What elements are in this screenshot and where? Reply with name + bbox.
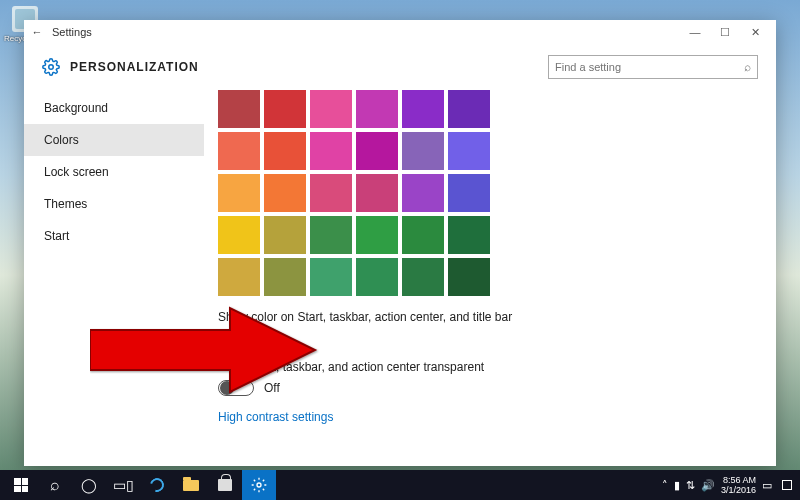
volume-icon[interactable]: 🔊 xyxy=(701,479,715,492)
back-button[interactable]: ← xyxy=(30,26,44,38)
show-color-state: On xyxy=(264,331,280,345)
close-button[interactable]: ✕ xyxy=(740,26,770,39)
window-title: Settings xyxy=(52,26,92,38)
transparent-state: Off xyxy=(264,381,280,395)
store-icon[interactable] xyxy=(208,470,242,500)
color-swatch[interactable] xyxy=(402,132,444,170)
color-swatch[interactable] xyxy=(310,174,352,212)
color-swatch[interactable] xyxy=(264,216,306,254)
edge-icon[interactable] xyxy=(140,470,174,500)
color-swatch[interactable] xyxy=(264,90,306,128)
color-swatch-grid xyxy=(218,90,762,296)
color-swatch[interactable] xyxy=(402,258,444,296)
color-swatch[interactable] xyxy=(310,258,352,296)
gear-icon xyxy=(42,58,60,76)
color-swatch[interactable] xyxy=(356,216,398,254)
sidebar-item-start[interactable]: Start xyxy=(24,220,204,252)
network-icon[interactable]: ⇅ xyxy=(686,479,695,492)
color-swatch[interactable] xyxy=(264,132,306,170)
sidebar-item-background[interactable]: Background xyxy=(24,92,204,124)
settings-window: ← Settings — ☐ ✕ PERSONALIZATION ⌕ Backg… xyxy=(24,20,776,466)
color-swatch[interactable] xyxy=(448,216,490,254)
clock-time: 8:56 AM xyxy=(721,475,756,485)
color-swatch[interactable] xyxy=(218,132,260,170)
color-swatch[interactable] xyxy=(356,258,398,296)
start-button[interactable] xyxy=(4,470,38,500)
header: PERSONALIZATION ⌕ xyxy=(24,44,776,90)
maximize-button[interactable]: ☐ xyxy=(710,26,740,39)
system-tray: ˄ ▮ ⇅ 🔊 8:56 AM 3/1/2016 ▭ xyxy=(662,475,796,495)
color-swatch[interactable] xyxy=(264,258,306,296)
color-swatch[interactable] xyxy=(218,258,260,296)
color-swatch[interactable] xyxy=(402,216,444,254)
sidebar-item-lockscreen[interactable]: Lock screen xyxy=(24,156,204,188)
content-pane: Show color on Start, taskbar, action cen… xyxy=(204,90,776,466)
page-title: PERSONALIZATION xyxy=(70,60,199,74)
sidebar: Background Colors Lock screen Themes Sta… xyxy=(24,90,204,466)
clock-date: 3/1/2016 xyxy=(721,485,756,495)
show-color-label: Show color on Start, taskbar, action cen… xyxy=(218,310,762,324)
minimize-button[interactable]: — xyxy=(680,26,710,38)
battery-icon[interactable]: ▮ xyxy=(674,479,680,492)
titlebar: ← Settings — ☐ ✕ xyxy=(24,20,776,44)
color-swatch[interactable] xyxy=(356,132,398,170)
color-swatch[interactable] xyxy=(218,216,260,254)
color-swatch[interactable] xyxy=(448,174,490,212)
color-swatch[interactable] xyxy=(310,216,352,254)
tray-up-icon[interactable]: ˄ xyxy=(662,479,668,492)
color-swatch[interactable] xyxy=(402,90,444,128)
color-swatch[interactable] xyxy=(402,174,444,212)
color-swatch[interactable] xyxy=(356,90,398,128)
color-swatch[interactable] xyxy=(448,90,490,128)
search-box[interactable]: ⌕ xyxy=(548,55,758,79)
sidebar-item-themes[interactable]: Themes xyxy=(24,188,204,220)
svg-point-0 xyxy=(49,65,54,70)
color-swatch[interactable] xyxy=(448,258,490,296)
search-icon: ⌕ xyxy=(744,60,751,74)
color-swatch[interactable] xyxy=(218,174,260,212)
color-swatch[interactable] xyxy=(264,174,306,212)
taskview-icon[interactable]: ▭▯ xyxy=(106,470,140,500)
color-swatch[interactable] xyxy=(356,174,398,212)
search-input[interactable] xyxy=(555,61,744,73)
show-desktop-button[interactable] xyxy=(782,480,792,490)
color-swatch[interactable] xyxy=(310,132,352,170)
taskbar-search-icon[interactable]: ⌕ xyxy=(38,470,72,500)
color-swatch[interactable] xyxy=(218,90,260,128)
svg-point-2 xyxy=(257,483,261,487)
color-swatch[interactable] xyxy=(310,90,352,128)
color-swatch[interactable] xyxy=(448,132,490,170)
sidebar-item-colors[interactable]: Colors xyxy=(24,124,204,156)
cortana-icon[interactable]: ◯ xyxy=(72,470,106,500)
transparent-label: Make Start, taskbar, and action center t… xyxy=(218,360,762,374)
show-color-toggle[interactable] xyxy=(218,330,254,346)
transparent-toggle[interactable] xyxy=(218,380,254,396)
high-contrast-link[interactable]: High contrast settings xyxy=(218,410,333,424)
file-explorer-icon[interactable] xyxy=(174,470,208,500)
notifications-icon[interactable]: ▭ xyxy=(762,479,772,492)
taskbar: ⌕ ◯ ▭▯ ˄ ▮ ⇅ 🔊 8:56 AM 3/1/2016 ▭ xyxy=(0,470,800,500)
settings-taskbar-icon[interactable] xyxy=(242,470,276,500)
clock[interactable]: 8:56 AM 3/1/2016 xyxy=(721,475,756,495)
